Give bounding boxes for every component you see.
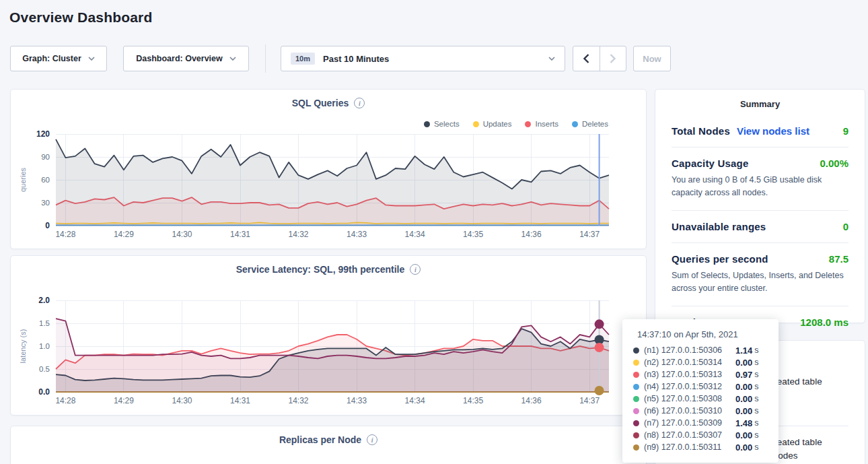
service-latency-plot[interactable]: 0.00.51.01.52.014:2814:2914:3014:3114:32… [11,256,646,415]
svg-text:120: 120 [36,129,50,139]
svg-text:14:34: 14:34 [405,396,425,405]
tooltip-node-unit: s [754,370,758,379]
time-range-picker[interactable]: 10m Past 10 Minutes [281,46,565,71]
time-range-label: Past 10 Minutes [323,54,389,64]
tooltip-row: (n1) 127.0.0.1:503061.14s [633,344,766,356]
tooltip-node-address: (n2) 127.0.0.1:50314 [644,358,731,367]
node-color-dot [633,360,639,366]
node-color-dot [633,432,639,438]
tooltip-row: (n4) 127.0.0.1:503120.00s [633,380,766,393]
node-color-dot [633,396,639,402]
queries-per-second-value: 87.5 [829,253,848,265]
summary-divider [672,147,848,147]
total-nodes-value: 9 [843,125,848,137]
time-range-badge: 10m [291,53,315,65]
capacity-usage-label: Capacity Usage [672,158,749,169]
svg-text:0.0: 0.0 [38,387,50,397]
tooltip-node-address: (n5) 127.0.0.1:50308 [644,394,731,403]
tooltip-node-address: (n6) 127.0.0.1:50310 [644,406,731,416]
svg-text:1.5: 1.5 [39,319,50,327]
chevron-right-icon [610,54,616,63]
svg-text:14:28: 14:28 [55,396,75,405]
svg-text:14:29: 14:29 [114,396,134,405]
info-icon[interactable]: i [367,434,377,445]
summary-panel: Summary Total Nodes View nodes list 9 Ca… [655,89,865,323]
svg-text:14:30: 14:30 [172,396,192,405]
node-color-dot [633,408,639,414]
node-color-dot [633,420,639,426]
p99-latency-value: 1208.0 ms [800,317,848,328]
graph-selector-dropdown[interactable]: Graph: Cluster [10,46,107,71]
tooltip-row: (n5) 127.0.0.1:503080.00s [633,393,766,405]
svg-text:14:31: 14:31 [230,396,250,405]
svg-text:14:37: 14:37 [579,230,600,239]
sql-queries-legend: SelectsUpdatesInsertsDeletes [424,120,608,128]
svg-text:14:29: 14:29 [114,230,134,239]
graph-selector-label: Graph: Cluster [22,54,81,63]
legend-label: Selects [434,120,460,128]
tooltip-node-value: 1.14 [735,345,752,356]
summary-divider [672,242,848,243]
svg-text:14:37: 14:37 [579,396,600,405]
legend-item-updates[interactable]: Updates [473,120,512,128]
queries-per-second-description: Sum of Selects, Updates, Inserts, and De… [672,269,848,296]
svg-text:14:32: 14:32 [289,230,309,239]
time-prev-button[interactable] [573,46,600,71]
svg-text:14:36: 14:36 [521,230,542,239]
chevron-left-icon [583,54,589,63]
total-nodes-label: Total Nodes [672,125,730,137]
svg-text:60: 60 [41,176,50,184]
page-title: Overview Dashboard [9,9,153,26]
svg-text:2.0: 2.0 [38,296,50,305]
tooltip-node-value: 0.00 [735,394,752,404]
legend-label: Deletes [582,120,608,128]
svg-text:14:36: 14:36 [521,396,542,405]
legend-dot [473,121,479,127]
chevron-down-icon [229,57,236,61]
service-latency-chart-card: Service Latency: SQL, 99th percentile i … [10,255,647,416]
tooltip-row: (n2) 127.0.0.1:503140.00s [633,356,766,368]
legend-item-deletes[interactable]: Deletes [572,120,608,128]
legend-item-inserts[interactable]: Inserts [525,120,558,128]
svg-text:14:31: 14:31 [230,230,250,239]
tooltip-node-value: 0.97 [735,370,752,380]
replicas-per-node-chart-title: Replicas per Node [279,434,361,445]
controls-divider [265,44,266,73]
tooltip-node-address: (n9) 127.0.0.1:50311 [644,442,731,452]
now-button[interactable]: Now [633,46,671,71]
svg-text:14:35: 14:35 [463,230,483,239]
sql-queries-plot[interactable]: 030609012014:2814:2914:3014:3114:3214:33… [11,90,646,248]
svg-text:14:35: 14:35 [463,396,483,405]
unavailable-ranges-value: 0 [843,221,848,232]
tooltip-row: (n9) 127.0.0.1:503110.00s [633,441,766,453]
node-color-dot [633,347,639,354]
summary-title: Summary [672,99,848,109]
chevron-down-icon [88,57,95,61]
time-next-button[interactable] [600,46,626,71]
chevron-down-icon [548,57,555,61]
tooltip-node-address: (n7) 127.0.0.1:50309 [644,418,731,428]
chart-hover-tooltip: 14:37:10 on Apr 5th, 2021 (n1) 127.0.0.1… [622,319,779,463]
tooltip-node-address: (n8) 127.0.0.1:50307 [644,430,731,440]
legend-label: Inserts [535,120,558,128]
replicas-per-node-chart-card: Replicas per Node i [10,426,647,464]
svg-text:0: 0 [45,221,50,230]
capacity-usage-value: 0.00% [820,158,848,169]
tooltip-row: (n6) 127.0.0.1:503100.00s [633,405,766,417]
tooltip-node-unit: s [754,394,758,403]
tooltip-timestamp: 14:37:10 on Apr 5th, 2021 [637,329,766,339]
tooltip-row: (n7) 127.0.0.1:503091.48s [633,417,766,429]
tooltip-node-unit: s [754,430,758,440]
svg-text:14:30: 14:30 [172,230,192,239]
tooltip-node-unit: s [754,406,758,416]
svg-text:14:33: 14:33 [347,396,367,405]
dashboard-selector-dropdown[interactable]: Dashboard: Overview [123,46,249,71]
tooltip-node-address: (n1) 127.0.0.1:50306 [644,345,731,355]
tooltip-node-unit: s [754,358,758,367]
tooltip-row: (n3) 127.0.0.1:503130.97s [633,368,766,380]
legend-item-selects[interactable]: Selects [424,120,460,128]
node-color-dot [633,384,639,390]
view-nodes-list-link[interactable]: View nodes list [737,125,809,137]
svg-text:14:34: 14:34 [405,230,425,239]
svg-text:14:33: 14:33 [347,230,367,239]
